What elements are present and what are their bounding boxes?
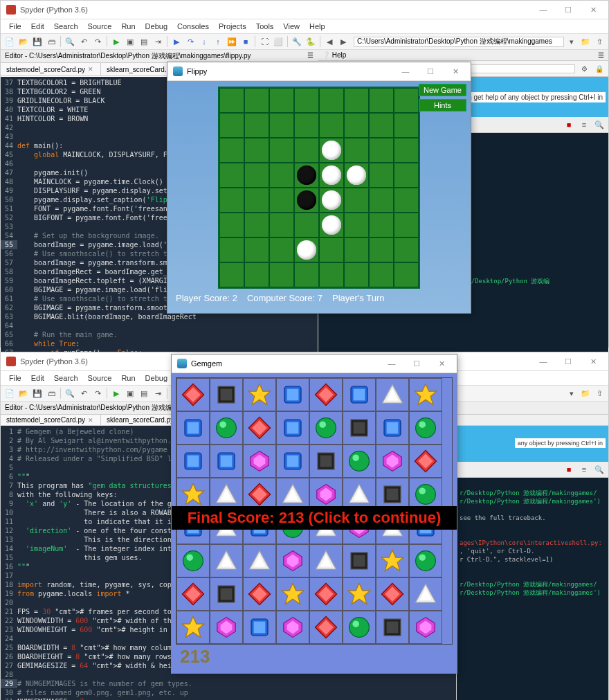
flippy-cell[interactable]	[269, 237, 294, 262]
menu-consoles[interactable]: Consoles	[173, 21, 213, 32]
flippy-cell[interactable]	[394, 138, 419, 163]
flippy-cell[interactable]	[344, 188, 369, 213]
flippy-cell[interactable]	[319, 138, 344, 163]
forward-icon[interactable]: ▶	[337, 35, 349, 48]
flippy-cell[interactable]	[294, 237, 319, 262]
flippy-cell[interactable]	[219, 163, 244, 188]
browse-dir-icon[interactable]: 📁	[579, 35, 592, 48]
save-all-icon[interactable]: 🗃	[45, 387, 57, 400]
maximize-button[interactable]: ☐	[558, 355, 578, 368]
flippy-cell[interactable]	[344, 163, 369, 188]
redo-icon[interactable]: ↷	[91, 35, 104, 48]
path-dropdown-icon[interactable]: ▾	[565, 35, 578, 48]
step-into-icon[interactable]: ↓	[198, 35, 210, 48]
gem-cell[interactable]	[343, 611, 376, 644]
parent-dir-icon[interactable]: ⇧	[593, 35, 606, 48]
flippy-cell[interactable]	[219, 237, 244, 262]
tab-statemodel[interactable]: statemodel_scoreCard.py✕	[1, 63, 101, 75]
flippy-cell[interactable]	[269, 262, 294, 287]
editor-menu-icon[interactable]: ☰	[307, 51, 313, 59]
gem-cell[interactable]	[376, 378, 409, 411]
close-button[interactable]: ✕	[432, 357, 451, 370]
flippy-cell[interactable]	[219, 138, 244, 163]
flippy-cell[interactable]	[344, 113, 369, 138]
flippy-cell[interactable]	[319, 163, 344, 188]
run-selection-icon[interactable]: ▤	[138, 387, 150, 400]
gem-cell[interactable]	[409, 611, 442, 644]
flippy-cell[interactable]	[369, 113, 394, 138]
gem-cell[interactable]	[376, 611, 409, 644]
tab-statemodel[interactable]: statemodel_scoreCard.py✕	[1, 415, 101, 425]
menu-edit[interactable]: Edit	[27, 21, 48, 32]
gem-cell[interactable]	[276, 411, 309, 445]
menu-tools[interactable]: Tools	[252, 21, 278, 32]
new-file-icon[interactable]: 📄	[3, 387, 16, 400]
close-button[interactable]: ✕	[583, 3, 603, 16]
gem-cell[interactable]	[210, 445, 243, 478]
flippy-cell[interactable]	[219, 113, 244, 138]
flippy-cell[interactable]	[319, 88, 344, 113]
flippy-cell[interactable]	[219, 188, 244, 213]
gem-cell[interactable]	[210, 378, 243, 411]
gem-cell[interactable]	[243, 445, 276, 478]
menu-view[interactable]: View	[279, 21, 304, 32]
flippy-cell[interactable]	[244, 138, 269, 163]
gem-cell[interactable]	[376, 544, 409, 577]
flippy-cell[interactable]	[269, 213, 294, 237]
run-icon[interactable]: ▶	[110, 35, 122, 48]
fullscreen-icon[interactable]: ⬜	[272, 35, 284, 48]
search-icon[interactable]: 🔍	[64, 35, 76, 48]
path-dropdown-icon[interactable]: ▾	[565, 387, 578, 400]
run-selection-icon[interactable]: ▤	[138, 35, 150, 48]
gem-cell[interactable]	[276, 611, 309, 644]
menu-edit[interactable]: Edit	[27, 373, 48, 384]
help-gear-icon[interactable]: ⚙	[578, 62, 590, 75]
run-icon[interactable]: ▶	[110, 387, 122, 400]
menu-file[interactable]: File	[5, 373, 26, 384]
gem-cell[interactable]	[309, 577, 343, 611]
gem-cell[interactable]	[210, 544, 243, 577]
gem-cell[interactable]	[176, 544, 210, 577]
flippy-cell[interactable]	[294, 163, 319, 188]
gemgem-game-area[interactable]: Final Score: 213 (Click to continue) 213	[172, 373, 457, 673]
undo-icon[interactable]: ↶	[78, 35, 90, 48]
continue-icon[interactable]: ⏩	[226, 35, 238, 48]
working-dir-input[interactable]	[354, 37, 564, 47]
flippy-cell[interactable]	[394, 213, 419, 237]
stop-icon[interactable]: ■	[563, 118, 575, 131]
gem-cell[interactable]	[210, 411, 243, 445]
flippy-board[interactable]	[218, 87, 420, 289]
open-file-icon[interactable]: 📂	[17, 387, 30, 400]
flippy-cell[interactable]	[394, 237, 419, 262]
save-icon[interactable]: 💾	[31, 387, 44, 400]
flippy-cell[interactable]	[344, 88, 369, 113]
gem-cell[interactable]	[176, 411, 210, 445]
flippy-cell[interactable]	[294, 113, 319, 138]
gem-cell[interactable]	[176, 445, 210, 478]
flippy-cell[interactable]	[294, 213, 319, 237]
gem-cell[interactable]	[276, 577, 309, 611]
flippy-cell[interactable]	[394, 113, 419, 138]
flippy-cell[interactable]	[344, 237, 369, 262]
gem-cell[interactable]	[409, 378, 442, 411]
parent-dir-icon[interactable]: ⇧	[593, 387, 606, 400]
flippy-cell[interactable]	[369, 213, 394, 237]
stop-debug-icon[interactable]: ■	[239, 35, 252, 48]
flippy-cell[interactable]	[294, 188, 319, 213]
new-file-icon[interactable]: 📄	[3, 35, 16, 48]
flippy-cell[interactable]	[319, 188, 344, 213]
flippy-cell[interactable]	[319, 262, 344, 287]
gem-cell[interactable]	[343, 577, 376, 611]
flippy-cell[interactable]	[269, 188, 294, 213]
gem-cell[interactable]	[243, 411, 276, 445]
gem-cell[interactable]	[343, 445, 376, 478]
stop-icon[interactable]: ■	[563, 463, 575, 476]
minimize-button[interactable]: —	[534, 355, 553, 368]
menu-search[interactable]: Search	[50, 373, 82, 384]
back-icon[interactable]: ◀	[323, 35, 336, 48]
close-icon[interactable]: ✕	[88, 66, 95, 73]
gem-cell[interactable]	[309, 411, 343, 445]
flippy-cell[interactable]	[244, 163, 269, 188]
flippy-cell[interactable]	[244, 262, 269, 287]
flippy-cell[interactable]	[369, 88, 394, 113]
